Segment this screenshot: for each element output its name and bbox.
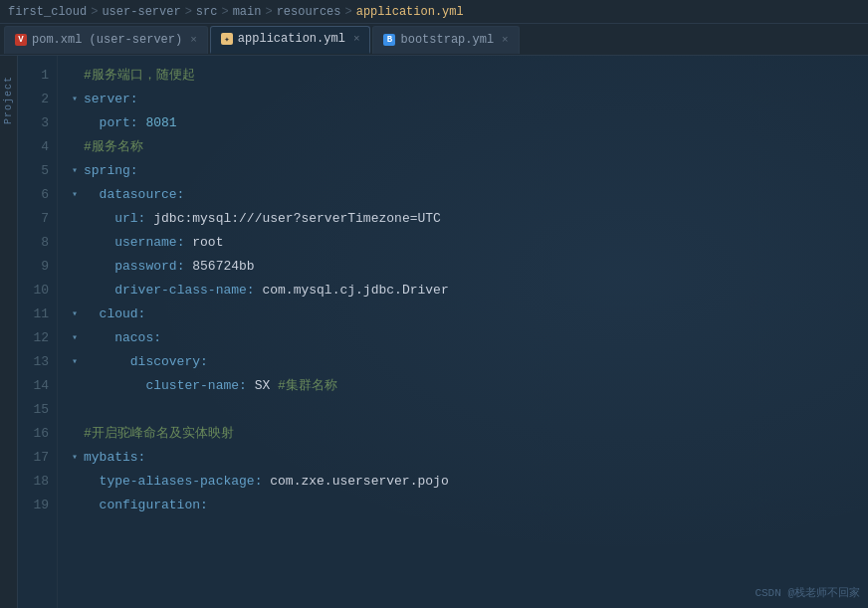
breadcrumb-user-server[interactable]: user-server — [102, 5, 180, 19]
code-val-username: root — [192, 231, 223, 255]
code-key-cluster: cluster-name: — [145, 374, 254, 398]
tab-close-application[interactable]: × — [353, 33, 360, 45]
code-text-12: nacos: — [114, 326, 161, 350]
line-num-19: 19 — [18, 494, 49, 517]
breadcrumb-first-cloud[interactable]: first_cloud — [8, 5, 87, 19]
line-num-8: 8 — [18, 231, 49, 255]
line-num-5: 5 — [18, 159, 49, 183]
code-content[interactable]: #服务端口，随便起 ▾ server: port: 8081 #服务名称 ▾ s… — [58, 56, 868, 608]
code-text-2: server: — [84, 88, 138, 111]
code-line-14: cluster-name: SX #集群名称 — [66, 374, 868, 398]
line-numbers: 1 2 3 4 5 6 7 8 9 10 11 12 13 14 15 16 1… — [18, 56, 58, 608]
code-line-1: #服务端口，随便起 — [66, 64, 868, 88]
line-num-3: 3 — [18, 111, 49, 135]
line-num-6: 6 — [18, 183, 49, 207]
fold-11[interactable]: ▾ — [66, 303, 84, 326]
line-num-14: 14 — [18, 374, 49, 398]
code-text-17: mybatis: — [84, 446, 145, 470]
line-num-18: 18 — [18, 470, 49, 494]
code-comment-cluster: #集群名称 — [278, 374, 337, 398]
code-line-15 — [66, 398, 868, 422]
code-line-7: url: jdbc:mysql:///user?serverTimezone=U… — [66, 207, 868, 231]
code-text-11: cloud: — [100, 303, 146, 326]
code-line-3: port: 8081 — [66, 111, 868, 135]
tab-label-bootstrap: bootstrap.yml — [400, 33, 494, 47]
code-key-url: url: — [114, 207, 153, 231]
breadcrumb-resources[interactable]: resources — [277, 5, 341, 19]
fold-12[interactable]: ▾ — [66, 326, 84, 350]
line-num-13: 13 — [18, 350, 49, 374]
tab-close-pom[interactable]: × — [190, 34, 197, 46]
fold-6[interactable]: ▾ — [66, 183, 84, 207]
code-line-17: ▾ mybatis: — [66, 446, 868, 470]
line-num-11: 11 — [18, 303, 49, 326]
fold-13[interactable]: ▾ — [66, 350, 84, 374]
code-key-password: password: — [114, 255, 192, 279]
code-line-16: #开启驼峰命名及实体映射 — [66, 422, 868, 446]
code-text-6: datasource: — [100, 183, 185, 207]
code-line-4: #服务名称 — [66, 135, 868, 159]
code-line-18: type-aliases-package: com.zxe.userserver… — [66, 470, 868, 494]
code-text-4: #服务名称 — [84, 135, 143, 159]
sidebar-label: Project — [3, 76, 14, 124]
code-text-5: spring: — [84, 159, 138, 183]
code-line-10: driver-class-name: com.mysql.cj.jdbc.Dri… — [66, 279, 868, 303]
code-line-12: ▾ nacos: — [66, 326, 868, 350]
tab-pom-xml[interactable]: V pom.xml (user-server) × — [4, 26, 208, 54]
code-line-9: password: 856724bb — [66, 255, 868, 279]
line-num-12: 12 — [18, 326, 49, 350]
line-num-17: 17 — [18, 446, 49, 470]
tab-bar: V pom.xml (user-server) × ✦ application.… — [0, 24, 868, 56]
tab-icon-application: ✦ — [221, 33, 233, 45]
code-key-port: port: — [100, 111, 146, 135]
code-key-username: username: — [114, 231, 192, 255]
code-line-8: username: root — [66, 231, 868, 255]
breadcrumb-src[interactable]: src — [196, 5, 218, 19]
line-num-7: 7 — [18, 207, 49, 231]
line-num-9: 9 — [18, 255, 49, 279]
code-text-1: #服务端口，随便起 — [84, 64, 195, 88]
tab-icon-bootstrap: B — [383, 34, 395, 46]
fold-5[interactable]: ▾ — [66, 159, 84, 183]
breadcrumb-application-yml[interactable]: application.yml — [356, 5, 464, 19]
project-sidebar: Project — [0, 56, 18, 608]
code-val-password: 856724bb — [192, 255, 254, 279]
code-text-19: configuration: — [100, 494, 208, 517]
code-line-13: ▾ discovery: — [66, 350, 868, 374]
line-num-15: 15 — [18, 398, 49, 422]
tab-label-pom: pom.xml (user-server) — [32, 33, 182, 47]
watermark: CSDN @栈老师不回家 — [755, 585, 860, 600]
line-num-4: 4 — [18, 135, 49, 159]
code-line-2: ▾ server: — [66, 88, 868, 111]
code-line-6: ▾ datasource: — [66, 183, 868, 207]
code-val-url: jdbc:mysql:///user?serverTimezone=UTC — [153, 207, 441, 231]
line-num-2: 2 — [18, 88, 49, 111]
breadcrumb: first_cloud > user-server > src > main >… — [0, 0, 868, 24]
line-num-1: 1 — [18, 64, 49, 88]
code-val-driver: com.mysql.cj.jdbc.Driver — [262, 279, 448, 303]
code-key-type-aliases: type-aliases-package: — [100, 470, 271, 494]
tab-label-application: application.yml — [238, 32, 345, 46]
code-val-type-aliases: com.zxe.userserver.pojo — [270, 470, 448, 494]
line-num-10: 10 — [18, 279, 49, 303]
tab-application-yml[interactable]: ✦ application.yml × — [210, 26, 371, 54]
tab-icon-pom: V — [15, 34, 27, 46]
code-line-5: ▾ spring: — [66, 159, 868, 183]
tab-bootstrap-yml[interactable]: B bootstrap.yml × — [372, 26, 519, 54]
tab-close-bootstrap[interactable]: × — [502, 34, 509, 46]
code-val-cluster: SX — [255, 374, 278, 398]
code-line-19: configuration: — [66, 494, 868, 517]
editor-area: Project 1 2 3 4 5 6 7 8 9 10 11 12 13 14… — [0, 56, 868, 608]
code-text-16: #开启驼峰命名及实体映射 — [84, 422, 234, 446]
fold-17[interactable]: ▾ — [66, 446, 84, 470]
code-val-port: 8081 — [145, 111, 176, 135]
code-line-11: ▾ cloud: — [66, 303, 868, 326]
code-key-driver: driver-class-name: — [114, 279, 262, 303]
breadcrumb-main[interactable]: main — [233, 5, 262, 19]
fold-2[interactable]: ▾ — [66, 88, 84, 111]
line-num-16: 16 — [18, 422, 49, 446]
code-text-13: discovery: — [130, 350, 208, 374]
